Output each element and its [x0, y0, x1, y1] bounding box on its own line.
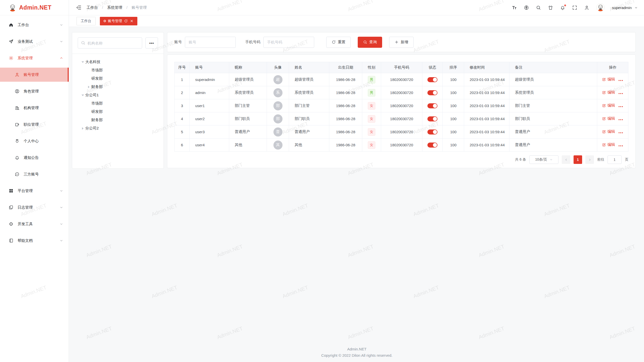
search-button[interactable]: 查询 [358, 37, 382, 48]
row-more-button[interactable]: ••• [619, 105, 624, 108]
cell-modified: 2023-01-03 10:59:44 [464, 112, 509, 125]
row-more-button[interactable]: ••• [619, 144, 624, 148]
breadcrumb-account-management: 账号管理 [132, 5, 147, 10]
avatar[interactable] [596, 3, 605, 12]
tab-workbench[interactable]: 工作台 [76, 17, 96, 25]
sidebar-item-business-test[interactable]: 业务测试 [0, 34, 69, 49]
page-size-select[interactable]: 10条/页 [529, 155, 558, 164]
pagination-total: 共 6 条 [515, 157, 526, 162]
row-more-button[interactable]: ••• [619, 131, 624, 134]
tab-account-management[interactable]: 账号管理 [100, 17, 137, 25]
column-header: 备注 [509, 62, 597, 73]
cell-birth: 1986-06-28 [329, 125, 362, 139]
breadcrumb-system-management[interactable]: 系统管理 [107, 5, 122, 10]
theme-icon[interactable] [548, 5, 553, 10]
pagination-next-button[interactable] [585, 155, 594, 164]
person-icon[interactable] [584, 5, 589, 10]
cell-modified: 2023-01-03 10:59:44 [464, 73, 509, 86]
status-toggle[interactable] [427, 90, 437, 95]
status-toggle[interactable] [427, 77, 437, 82]
cell-name: 超级管理员 [289, 73, 329, 86]
cell-no: 2 [175, 86, 190, 99]
edit-button[interactable]: 编辑 [602, 77, 615, 82]
current-user-name[interactable]: superadmin [612, 6, 632, 10]
search-icon[interactable] [536, 5, 541, 10]
language-icon[interactable] [524, 5, 529, 10]
table-row: 5user3普通用户普普通用户1986-06-28女18020030720100… [175, 125, 628, 139]
chevron-down-icon[interactable] [634, 6, 638, 9]
edit-button[interactable]: 编辑 [602, 90, 615, 95]
brand[interactable]: Admin.NET [0, 0, 69, 15]
filter-bar: 账号 手机号码 重置 查询 [167, 32, 636, 52]
tree-node[interactable]: 研发部 [78, 74, 158, 83]
gender-tag: 女 [368, 141, 375, 149]
cell-modified: 2023-01-03 10:59:44 [464, 86, 509, 99]
tree-node[interactable]: 研发部 [78, 108, 158, 116]
brand-mascot-icon [9, 4, 17, 12]
tree-node[interactable]: 财务部 [78, 116, 158, 124]
row-more-button[interactable]: ••• [619, 92, 624, 95]
row-more-button[interactable]: ••• [619, 118, 624, 121]
tree-node[interactable]: 分公司2 [78, 124, 158, 132]
edit-button[interactable]: 编辑 [602, 142, 615, 147]
row-more-button[interactable]: ••• [619, 78, 624, 82]
cell-no: 5 [175, 125, 190, 139]
tree-node[interactable]: 分公司1 [78, 91, 158, 99]
breadcrumb-workbench[interactable]: 工作台 [87, 5, 98, 10]
sidebar-item-dev-tools[interactable]: 开发工具 [0, 217, 69, 231]
refresh-icon[interactable] [124, 19, 128, 23]
sidebar-item-platform-management[interactable]: 平台管理 [0, 184, 69, 198]
edit-button[interactable]: 编辑 [602, 116, 615, 121]
sidebar-item-system-management[interactable]: 系统管理 [0, 51, 69, 65]
tree-node[interactable]: 市场部 [78, 99, 158, 108]
sidebar-item-help-docs[interactable]: 帮助文档 [0, 234, 69, 248]
avatar: 其 [273, 141, 283, 150]
add-label: 新增 [401, 40, 408, 44]
status-toggle[interactable] [427, 103, 437, 108]
cell-birth: 1986-06-28 [329, 112, 362, 125]
tree-expand-right-icon[interactable] [80, 127, 85, 130]
sidebar-item-label: 职位管理 [24, 122, 39, 127]
status-toggle[interactable] [427, 116, 437, 121]
add-button[interactable]: 新增 [389, 37, 414, 48]
cell-avatar: 超 [267, 73, 289, 86]
sidebar-item-account-management[interactable]: 账号管理 [0, 68, 69, 82]
pagination-goto-input[interactable] [608, 155, 622, 164]
sidebar-item-personal-center[interactable]: 个人中心 [0, 134, 69, 148]
chip-icon [9, 221, 14, 227]
edit-button[interactable]: 编辑 [602, 129, 615, 134]
sidebar-item-log-management[interactable]: 日志管理 [0, 200, 69, 214]
status-toggle[interactable] [427, 129, 437, 134]
tree-node[interactable]: 财务部 [78, 83, 158, 91]
sidebar-item-org-management[interactable]: 机构管理 [0, 101, 69, 115]
phone-input[interactable] [263, 37, 314, 48]
tree-node[interactable]: 市场部 [78, 66, 158, 74]
tree-expand-down-icon[interactable] [80, 61, 85, 63]
sidebar-item-position-management[interactable]: 职位管理 [0, 117, 69, 131]
status-toggle[interactable] [427, 143, 437, 148]
pagination-prev-button[interactable] [562, 155, 570, 164]
tree-expand-down-icon[interactable] [80, 95, 85, 96]
account-input[interactable] [185, 37, 236, 48]
reset-button[interactable]: 重置 [326, 37, 351, 48]
chat-icon [15, 172, 20, 177]
bell-icon [15, 155, 20, 160]
sidebar-item-workbench[interactable]: 工作台 [0, 18, 69, 32]
fullscreen-icon[interactable] [572, 5, 577, 10]
font-size-icon[interactable] [512, 5, 517, 10]
sidebar-item-third-party-account[interactable]: 三方账号 [0, 167, 69, 181]
bell-icon[interactable] [560, 5, 565, 10]
edit-button[interactable]: 编辑 [602, 103, 615, 108]
close-icon[interactable] [130, 19, 134, 23]
pagination-page-1-button[interactable]: 1 [574, 155, 582, 164]
menu-fold-icon[interactable] [76, 5, 82, 10]
cell-nick: 普通用户 [229, 125, 267, 139]
sidebar-item-notice[interactable]: 通知公告 [0, 151, 69, 165]
tree-expand-right-icon[interactable] [86, 86, 91, 88]
tree-node-label: 市场部 [91, 68, 103, 73]
tree-node[interactable]: 大名科技 [78, 58, 158, 66]
org-name-search-input[interactable] [78, 37, 142, 49]
tree-more-button[interactable]: ••• [145, 37, 158, 49]
cell-remark: 普通用户 [509, 125, 597, 139]
sidebar-item-role-management[interactable]: 角色管理 [0, 84, 69, 98]
